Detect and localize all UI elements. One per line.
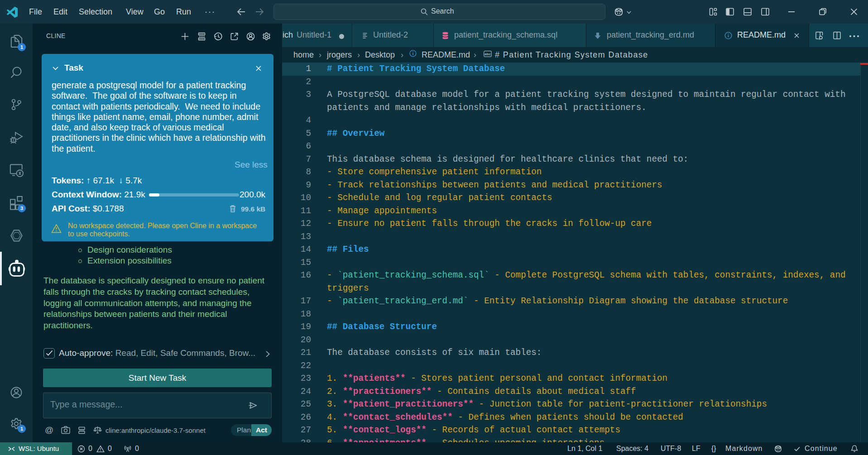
svg-text:abc: abc	[484, 52, 491, 56]
